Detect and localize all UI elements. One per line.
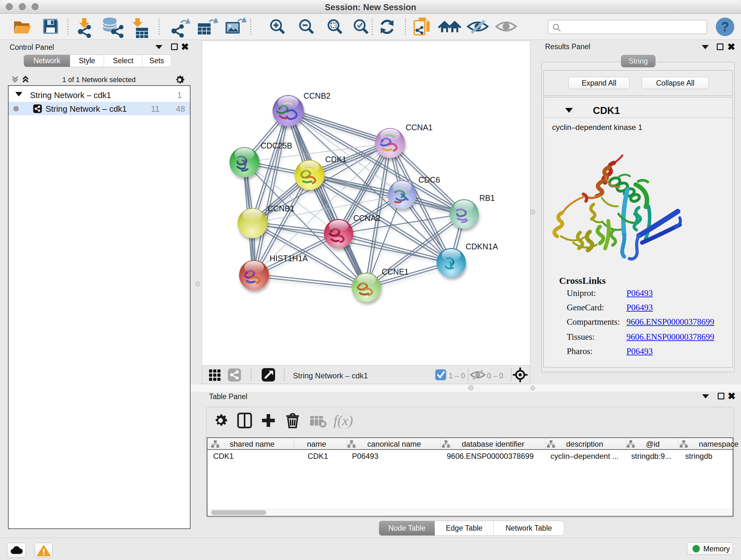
svg-text:?: ? <box>721 19 729 34</box>
svg-text:CCNA1: CCNA1 <box>406 123 433 132</box>
svg-text:CDKN1A: CDKN1A <box>466 242 498 251</box>
svg-text:CDC25B: CDC25B <box>261 141 292 150</box>
svg-text:CCNB1: CCNB1 <box>267 204 294 213</box>
svg-text:CCNB2: CCNB2 <box>304 91 331 100</box>
svg-text:CDC6: CDC6 <box>418 175 440 184</box>
svg-text:CCNA2: CCNA2 <box>353 213 381 223</box>
svg-text:HIST1H1A: HIST1H1A <box>270 254 308 263</box>
svg-text:CDK1: CDK1 <box>325 155 347 164</box>
svg-text:CCNE1: CCNE1 <box>382 267 409 276</box>
svg-text:f(x): f(x) <box>333 413 353 428</box>
svg-text:RB1: RB1 <box>479 193 495 202</box>
